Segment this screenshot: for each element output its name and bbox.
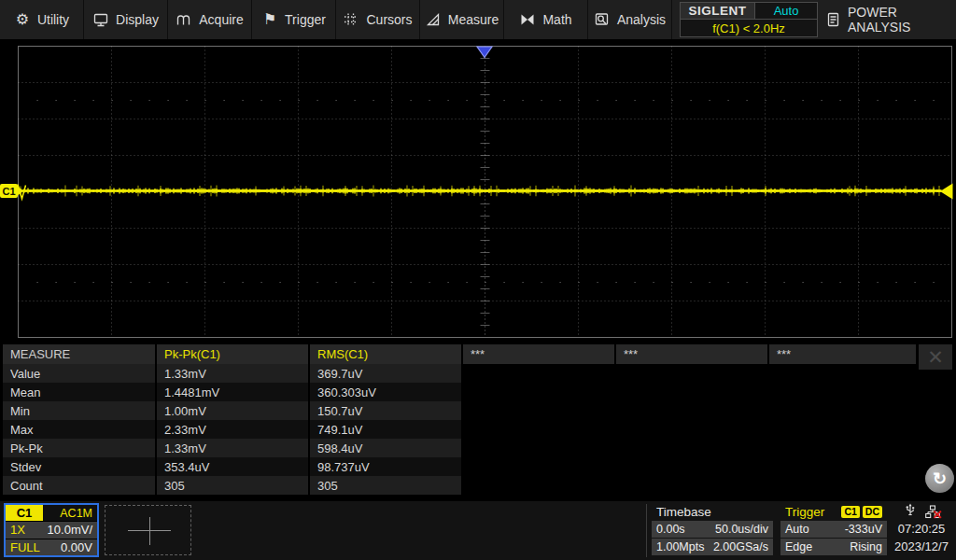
row-label: Min [3,401,155,420]
menu-measure-label: Measure [448,12,499,27]
oscilloscope-screen: ⚙ Utility Display Acquire ⚑ Trigger Curs… [0,0,956,560]
timebase-scale: 50.0us/div [715,523,768,536]
timebase-title: Timebase [656,505,711,519]
timebase-memory: 1.00Mpts [656,540,704,553]
menu-analysis-label: Analysis [617,12,666,27]
menu-display[interactable]: Display [84,0,168,39]
row-value: 369.7uV [310,364,461,383]
c1-offset-label: C1 [3,186,16,197]
menu-trigger-label: Trigger [285,12,326,27]
channel-coupling: AC1M [43,505,97,521]
measure-row-mean: Mean 1.4481mV 360.303uV [3,383,953,401]
row-value: 2.33mV [157,420,308,439]
measure-col-empty-1[interactable]: *** [463,344,614,364]
trigger-slope: Rising [850,540,882,553]
row-label: Stdev [3,457,155,476]
row-label: Count [3,476,155,495]
waveform-grid: C1 [0,44,956,341]
measure-col-rms[interactable]: RMS(C1) [310,344,461,364]
trigger-type: Edge [785,540,812,553]
row-value: 749.1uV [310,420,461,439]
siglent-logo: SIGLENT [681,3,755,19]
measure-col-empty-2[interactable]: *** [616,344,767,364]
close-icon[interactable]: ✕ [919,344,952,370]
measure-panel: MEASURE Pk-Pk(C1) RMS(C1) *** *** *** Va… [3,344,953,495]
measure-row-value: Value 1.33mV 369.7uV [3,364,953,383]
row-value: 1.4481mV [157,383,308,401]
trigger-coupling-badge: DC [863,506,882,518]
menu-cursors[interactable]: Cursors [336,0,420,39]
trigger-level: -333uV [845,523,882,536]
row-value: 598.4uV [310,439,461,457]
cursors-icon [343,11,359,28]
channel-name-badge: C1 [6,505,43,521]
menu-math-label: Math [542,12,571,27]
system-status-area: ✕ 07:20:25 2023/12/7 [890,503,953,557]
menu-math[interactable]: Math [504,0,588,39]
lan-error-x: ✕ [933,508,943,522]
lan-disconnected-icon: ✕ [925,505,940,519]
measure-row-pkpk: Pk-Pk 1.33mV 598.4uV [3,439,953,457]
trigger-position-marker[interactable] [477,47,492,58]
menu-power-analysis[interactable]: POWER ANALYSIS [825,0,956,39]
power-analysis-label: POWER ANALYSIS [848,5,956,35]
measure-col-empty-3[interactable]: *** [769,344,916,364]
row-value: 305 [310,476,461,495]
menu-display-label: Display [116,12,159,27]
add-channel-slot[interactable] [105,505,191,555]
c1-offset-marker[interactable]: C1 [0,184,23,198]
row-label: Pk-Pk [3,439,155,457]
crosshair-icon [149,517,150,545]
menu-measure[interactable]: Measure [420,0,504,39]
acquire-icon [176,11,192,28]
measure-row-min: Min 1.00mV 150.7uV [3,401,953,420]
rotate-gesture-icon[interactable]: ↻ [925,464,954,493]
menu-cursors-label: Cursors [366,12,412,27]
waveform-display[interactable]: C1 [0,44,956,341]
trigger-level-marker[interactable] [940,184,953,200]
analysis-icon [594,11,611,28]
row-label: Value [3,364,155,383]
channel-probe: 1X [10,523,25,537]
row-value: 353.4uV [157,457,308,476]
row-value: 1.00mV [157,401,308,420]
channel-scale: 10.0mV/ [48,523,92,537]
measure-col-pkpk[interactable]: Pk-Pk(C1) [157,344,308,364]
bottom-status-bar: C1 AC1M 1X 10.0mV/ FULL 0.00V Timebase 0… [0,501,956,560]
channel-offset: 0.00V [61,540,92,554]
row-value: 1.33mV [157,364,308,383]
menu-acquire[interactable]: Acquire [168,0,252,39]
menu-utility[interactable]: ⚙ Utility [0,0,84,39]
trigger-title: Trigger [785,505,824,519]
measure-header-row: MEASURE Pk-Pk(C1) RMS(C1) *** *** *** [3,344,953,364]
timebase-samplerate: 2.00GSa/s [713,540,768,553]
document-icon [825,11,841,28]
channel-descriptor-c1[interactable]: C1 AC1M 1X 10.0mV/ FULL 0.00V [4,503,99,557]
menu-acquire-label: Acquire [199,12,243,27]
measure-row-count: Count 305 305 [3,476,953,495]
row-label: Mean [3,383,155,401]
display-icon [92,11,109,28]
clock-date: 2023/12/7 [894,538,949,555]
trigger-panel[interactable]: Trigger C1 DC Auto -333uV Edge Rising [780,503,887,555]
math-icon [519,11,536,28]
measure-row-stdev: Stdev 353.4uV 98.737uV [3,457,953,476]
measure-icon [425,11,442,28]
c1-trace[interactable] [18,185,941,200]
clock-time: 07:20:25 [898,520,946,538]
menu-analysis[interactable]: Analysis [588,0,672,39]
trigger-source-badge: C1 [841,506,859,518]
row-value: 98.737uV [310,457,461,476]
trigger-frequency: f(C1) < 2.0Hz [681,20,817,36]
channel-bandwidth: FULL [10,540,40,554]
row-value: 150.7uV [310,401,461,420]
trigger-status-box[interactable]: SIGLENT Auto f(C1) < 2.0Hz [680,2,818,37]
acquisition-mode: Auto [755,3,817,19]
row-value: 360.303uV [310,383,461,401]
flag-icon: ⚑ [261,11,278,28]
timebase-delay: 0.00s [656,523,685,536]
menu-utility-label: Utility [37,12,69,27]
menu-trigger[interactable]: ⚑ Trigger [252,0,336,39]
row-label: Max [3,420,155,439]
timebase-panel[interactable]: Timebase 0.00s 50.0us/div 1.00Mpts 2.00G… [652,503,773,555]
